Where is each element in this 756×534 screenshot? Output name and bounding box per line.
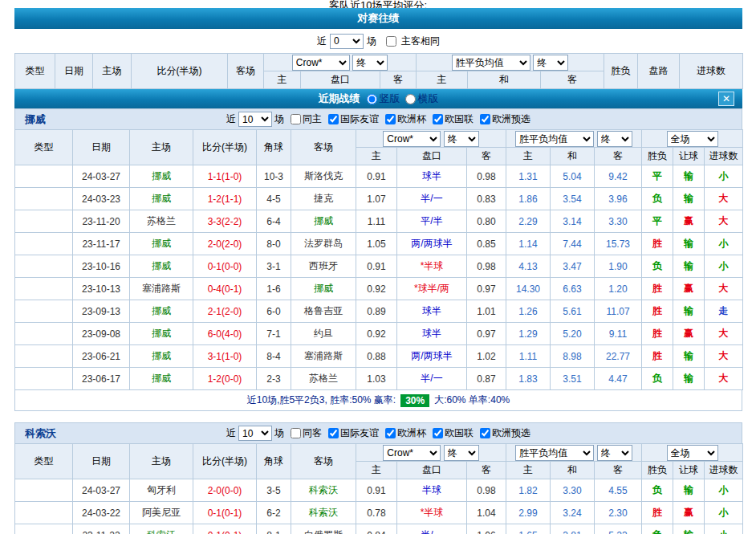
home-odds-cell: 0.88 [356,345,397,368]
col-corner: 角球 [257,130,291,165]
competition-label: 欧洲预选 [492,112,530,126]
mean-draw-cell: 5.04 [551,165,595,188]
col-mean-draw: 和 [551,462,595,479]
away-team-cell: 格鲁吉亚 [291,300,356,323]
h2h-mean-select-cell: 胜平负均值 终 [417,54,604,71]
h2h-col-away-odds: 客 [380,71,417,89]
col-score: 比分(半场) [193,130,257,165]
period-select[interactable]: 全场 [667,445,718,461]
matches-label: 场 [367,35,376,48]
h2h-title-bar: 对赛往绩 [14,8,742,29]
recent-results-title: 近期战绩 [319,92,360,106]
same-venue-checkbox[interactable] [291,428,301,438]
odds-source-select[interactable]: Crow* [383,131,441,147]
same-venue-checkbox[interactable] [291,114,301,124]
competition-option: 欧国联 [429,112,474,126]
competition-cell: 欧洲杯 [15,524,73,534]
mean-draw-cell: 7.44 [551,233,595,255]
competition-checkbox[interactable] [433,428,443,438]
h2h-count-select[interactable]: 0 [330,34,364,49]
mean-home-cell: 4.13 [506,255,551,278]
col-home-odds: 主 [356,148,397,165]
horizontal-layout-radio[interactable] [405,94,416,104]
corner-cell: 8-4 [257,345,291,368]
final-odds-select[interactable]: 终 [352,55,388,71]
corner-cell: 2-3 [257,368,291,390]
mean-draw-cell: 3.14 [551,210,595,233]
odds-source-select[interactable]: Crow* [292,55,350,71]
asian-result-cell: 输 [673,233,705,255]
match-count-select[interactable]: 10 [238,112,272,127]
away-odds-cell: 0.98 [467,255,506,278]
mean-away-cell: 3.30 [595,210,642,233]
h2h-col-away: 客场 [228,54,264,89]
home-odds-cell: 0.84 [356,524,397,534]
odds-select-cell: Crow* 终 [356,444,506,462]
away-team-cell: 捷克 [291,188,356,210]
mean-odds-select[interactable]: 胜平负均值 [452,55,530,71]
final-odds-select[interactable]: 终 [444,131,479,147]
col-mean-away: 客 [595,148,642,165]
mean-away-cell: 1.90 [595,255,642,278]
final-mean-select[interactable]: 终 [597,445,632,461]
handicap-cell: 半/一 [397,368,467,390]
score-cell: 2-0(0-0) [193,479,257,502]
col-date: 日期 [73,444,130,479]
h2h-col-result: 胜负 [604,54,638,89]
mean-home-cell: 2.29 [506,210,551,233]
h2h-col-goals: 进球数 [680,54,743,89]
competition-checkbox[interactable] [480,114,490,124]
final-odds-select[interactable]: 终 [444,445,479,461]
col-mean-draw: 和 [551,148,595,165]
close-icon[interactable]: ✕ [718,92,734,106]
corner-cell: 6-4 [257,210,291,233]
away-team-cell: 挪威 [291,210,356,233]
competition-checkbox[interactable] [480,428,490,438]
handicap-cell: *半球 [397,502,467,524]
mean-odds-select[interactable]: 胜平负均值 [515,131,594,147]
score-cell: 0-1(0-0) [193,255,257,278]
col-goals: 进球数 [705,462,743,479]
result-cell: 负 [642,255,673,278]
final-mean-select[interactable]: 终 [597,131,632,147]
competition-checkbox[interactable] [328,114,339,124]
col-mean-home: 主 [506,148,551,165]
mean-draw-cell: 3.54 [551,188,595,210]
team-name: 挪威 [25,112,46,127]
score-cell: 3-3(2-2) [193,210,257,233]
mean-home-cell: 2.99 [506,502,551,524]
recent-results-table: 类型 日期 主场 比分(半场) 角球 客场 Crow* 终 胜平负均值 终 [14,443,743,534]
corner-cell: 6-0 [257,300,291,323]
match-count-select[interactable]: 10 [238,426,272,441]
period-select[interactable]: 全场 [667,131,718,147]
col-result: 胜负 [642,148,673,165]
mean-home-cell: 1.82 [506,479,551,502]
mean-draw-cell: 3.47 [551,255,595,278]
goals-cell: 大 [705,345,743,368]
home-team-cell: 匈牙利 [130,479,193,502]
away-team-cell: 法罗群岛 [291,233,356,255]
main-content: 对赛往绩 近 0 场 主客相同 类型 日期 主场 比分(半场) 客场 Crow* [14,8,742,534]
match-row: 欧洲杯 23-10-16 挪威 0-1(0-0) 3-1 西班牙 0.91 *半… [15,255,743,278]
mean-draw-cell: 3.24 [551,502,595,524]
col-result: 胜负 [642,462,673,479]
vertical-layout-label: 竖版 [380,92,400,106]
same-venue-option: 同客 [287,426,322,440]
competition-cell: 国际友谊 [15,233,73,255]
vertical-layout-radio[interactable] [367,94,377,104]
h2h-col-mean-home: 主 [417,71,468,89]
competition-label: 国际友谊 [340,112,379,126]
home-team-cell: 挪威 [130,368,193,390]
competition-checkbox[interactable] [328,428,339,438]
competition-checkbox[interactable] [385,428,396,438]
same-home-away-checkbox[interactable] [386,36,396,47]
competition-checkbox[interactable] [385,114,396,124]
competition-checkbox[interactable] [433,114,443,124]
odds-source-select[interactable]: Crow* [383,445,441,461]
result-cell: 平 [642,210,673,233]
final-mean-select[interactable]: 终 [533,55,568,71]
mean-odds-select[interactable]: 胜平负均值 [515,445,594,461]
date-cell: 23-09-08 [73,323,130,345]
away-odds-cell: 1.02 [467,345,506,368]
col-type: 类型 [15,130,73,165]
